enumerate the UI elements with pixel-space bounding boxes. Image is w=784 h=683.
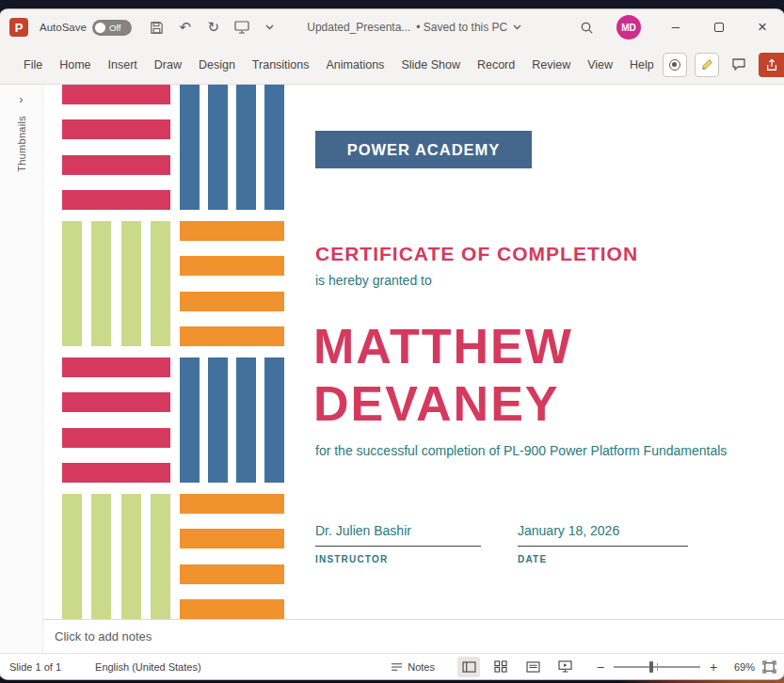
date-signature-block[interactable]: January 18, 2026 DATE (518, 523, 688, 564)
record-icon (669, 59, 680, 71)
pattern-block-red (62, 357, 170, 483)
autosave-state: Off (109, 23, 121, 33)
notes-toggle-button[interactable]: Notes (391, 661, 435, 673)
zoom-slider[interactable] (614, 666, 700, 668)
pattern-bar-red (62, 119, 170, 139)
notes-placeholder: Click to add notes (55, 629, 152, 643)
comments-button[interactable] (727, 53, 751, 77)
customize-qat-chevron-icon[interactable] (258, 15, 282, 40)
instructor-name: Dr. Julien Bashir (315, 523, 481, 547)
tab-slide-show[interactable]: Slide Show (392, 45, 469, 84)
close-button[interactable]: × (741, 9, 784, 45)
powerpoint-window: P AutoSave Off ↶ ↻ Updated_Presenta... •… (0, 9, 784, 679)
share-button[interactable] (759, 53, 784, 77)
pattern-bar-orange (180, 221, 284, 241)
present-from-beginning-button[interactable] (230, 15, 254, 40)
workspace: › Thumbnails POWER ACADEMY CERTIFICATE O… (0, 85, 784, 653)
academy-banner[interactable]: POWER ACADEMY (315, 131, 532, 168)
normal-view-button[interactable] (457, 657, 480, 677)
instructor-signature-block[interactable]: Dr. Julien Bashir INSTRUCTOR (315, 523, 481, 564)
tab-insert[interactable]: Insert (100, 45, 146, 84)
editing-mode-button[interactable] (695, 53, 719, 77)
zoom-percentage[interactable]: 69% (727, 661, 755, 673)
pattern-bar-orange (180, 256, 284, 276)
slide-show-button[interactable] (553, 657, 576, 677)
pattern-bar-blue (236, 85, 256, 210)
pattern-bar-blue (180, 85, 200, 210)
pattern-block-red (62, 85, 170, 210)
tab-transitions[interactable]: Transitions (244, 45, 318, 84)
tab-animations[interactable]: Animations (318, 45, 393, 84)
pattern-bar-orange (180, 326, 284, 346)
instructor-label: INSTRUCTOR (315, 554, 481, 564)
zoom-slider-tick (657, 663, 658, 671)
pattern-bar-blue (264, 85, 284, 210)
pattern-bar-green (91, 221, 111, 346)
slide-canvas[interactable]: POWER ACADEMY CERTIFICATE OF COMPLETION … (43, 85, 784, 619)
pattern-bar-blue (208, 357, 228, 483)
date-value: January 18, 2026 (518, 523, 688, 547)
maximize-button[interactable] (697, 9, 741, 45)
tab-draw[interactable]: Draw (146, 45, 190, 84)
account-avatar[interactable]: MD (616, 15, 641, 40)
save-button[interactable] (145, 15, 169, 40)
ribbon-right-controls (663, 53, 784, 77)
expand-thumbnails-chevron-icon[interactable]: › (19, 92, 23, 106)
pattern-bar-red (62, 392, 170, 412)
pattern-bar-blue (264, 357, 284, 483)
undo-button[interactable]: ↶ (173, 15, 198, 40)
tab-file[interactable]: File (15, 45, 51, 84)
title-dropdown-chevron-icon (513, 24, 521, 30)
pattern-bar-orange (180, 494, 284, 514)
tab-record[interactable]: Record (469, 45, 523, 84)
reading-view-button[interactable] (521, 657, 544, 677)
zoom-out-button[interactable]: − (595, 659, 606, 675)
certificate-title[interactable]: CERTIFICATE OF COMPLETION (315, 243, 638, 265)
pattern-bar-green (151, 221, 170, 346)
fit-slide-icon (762, 660, 776, 674)
tab-review[interactable]: Review (523, 45, 579, 84)
maximize-icon (714, 23, 724, 32)
pattern-bar-blue (208, 85, 228, 210)
language-indicator[interactable]: English (United States) (95, 661, 201, 673)
autosave-label: AutoSave (40, 22, 87, 33)
autosave-toggle[interactable]: Off (92, 20, 132, 36)
slide-indicator[interactable]: Slide 1 of 1 (9, 661, 61, 673)
statusbar-left: Slide 1 of 1 English (United States) (9, 661, 201, 673)
tab-home[interactable]: Home (51, 45, 99, 84)
statusbar-right: Notes − + 69% (391, 657, 776, 677)
recipient-name[interactable]: MATTHEW DEVANEY (313, 318, 638, 433)
zoom-in-button[interactable]: + (708, 659, 719, 675)
pattern-bar-green (62, 221, 82, 346)
share-icon (765, 58, 778, 71)
minimize-button[interactable]: ─ (654, 9, 697, 45)
comment-icon (731, 57, 746, 71)
tab-design[interactable]: Design (190, 45, 244, 84)
toggle-knob-icon (95, 23, 105, 33)
tab-view[interactable]: View (579, 45, 621, 84)
zoom-slider-thumb[interactable] (649, 661, 653, 673)
document-title[interactable]: Updated_Presenta... • Saved to this PC (307, 21, 521, 34)
search-icon[interactable] (571, 13, 601, 41)
titlebar-right: MD ─ × (571, 9, 784, 45)
slide-sorter-icon (494, 660, 507, 673)
slide-sorter-view-button[interactable] (489, 657, 512, 677)
granted-text[interactable]: is hereby granted to (315, 273, 432, 288)
pattern-bar-green (91, 494, 111, 619)
pattern-bar-blue (180, 357, 200, 483)
normal-view-icon (462, 661, 476, 673)
editor-column: POWER ACADEMY CERTIFICATE OF COMPLETION … (43, 85, 784, 653)
record-button[interactable] (663, 53, 687, 77)
pattern-block-orange (180, 221, 284, 346)
autosave-control: AutoSave Off (40, 20, 132, 36)
pattern-bar-red (62, 428, 170, 448)
redo-button[interactable]: ↻ (201, 15, 226, 40)
pattern-bar-green (121, 221, 141, 346)
fit-slide-button[interactable] (762, 660, 776, 674)
completion-description[interactable]: for the successful completion of PL-900 … (315, 443, 729, 458)
tab-help[interactable]: Help (621, 45, 663, 84)
notes-pane[interactable]: Click to add notes (43, 619, 784, 653)
notes-toggle-label: Notes (408, 661, 435, 673)
ribbon-tabs: File Home Insert Draw Design Transitions… (15, 45, 663, 84)
thumbnails-rail[interactable]: › Thumbnails (0, 85, 43, 653)
